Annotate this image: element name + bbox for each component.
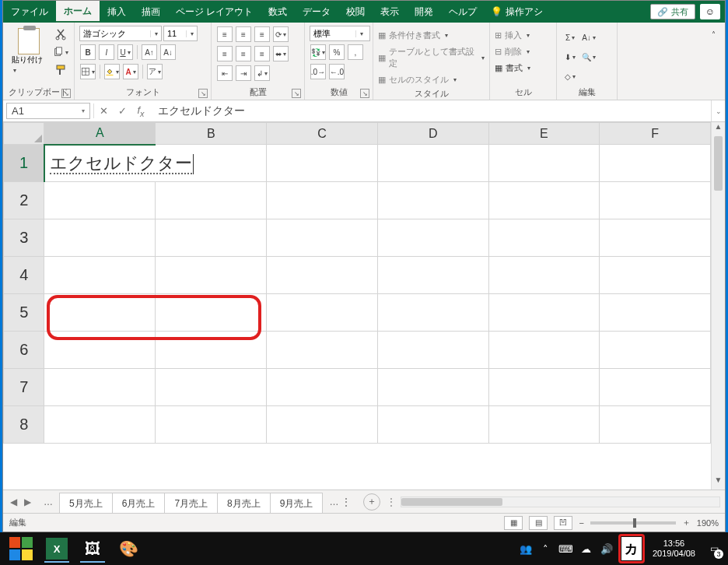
sheet-tab-2[interactable]: 7月売上 <box>165 493 218 514</box>
vertical-scrollbar[interactable]: ▲ ▼ <box>711 122 725 490</box>
row-header-8[interactable]: 8 <box>4 406 44 444</box>
cell-a3[interactable] <box>44 219 156 257</box>
column-header-e[interactable]: E <box>488 123 600 145</box>
sheet-nav-prev[interactable]: ◀ <box>6 494 20 510</box>
cell-c3[interactable] <box>267 219 378 257</box>
row-header-3[interactable]: 3 <box>4 219 44 257</box>
confirm-edit-button[interactable]: ✓ <box>113 100 131 121</box>
view-page-break-button[interactable]: 凹 <box>554 516 572 530</box>
ime-indicator[interactable]: カ <box>621 537 642 560</box>
conditional-formatting-button[interactable]: ▦条件付き書式 <box>378 29 448 42</box>
cancel-edit-button[interactable]: ✕ <box>94 100 113 121</box>
zoom-in-button[interactable]: ＋ <box>682 517 691 528</box>
share-button[interactable]: 🔗共有 <box>650 4 695 19</box>
new-sheet-button[interactable]: ＋ <box>363 493 380 511</box>
action-center-button[interactable]: ▭ 3 <box>703 537 725 560</box>
alignment-launcher[interactable]: ↘ <box>292 89 301 98</box>
increase-decimal-button[interactable]: .0→ <box>310 64 326 79</box>
tab-home[interactable]: ホーム <box>56 1 100 23</box>
tell-me[interactable]: 💡操作アシ <box>485 1 549 23</box>
delete-cells-button[interactable]: ⊟削除 <box>495 45 530 58</box>
cell-d3[interactable] <box>377 219 488 257</box>
tab-help[interactable]: ヘルプ <box>441 1 485 23</box>
borders-button[interactable] <box>80 64 96 79</box>
taskbar-clock[interactable]: 13:56 2019/04/08 <box>648 539 700 559</box>
zoom-out-button[interactable]: − <box>579 518 583 528</box>
number-format-combo[interactable]: ▾ <box>310 26 370 41</box>
zoom-slider[interactable] <box>590 521 676 525</box>
cell-c7[interactable] <box>267 369 378 406</box>
insert-cells-button[interactable]: ⊞挿入 <box>495 29 530 42</box>
sheet-nav-more-right[interactable]: … ⋮ <box>323 493 356 511</box>
cell-b5[interactable] <box>156 294 267 332</box>
decrease-indent-button[interactable]: ⇤ <box>217 65 233 81</box>
cell-a8[interactable] <box>44 406 156 444</box>
font-name-combo[interactable]: ▾ <box>79 26 162 41</box>
cell-d6[interactable] <box>377 332 488 369</box>
cell-b8[interactable] <box>156 406 267 444</box>
cell-f5[interactable] <box>600 294 711 332</box>
column-header-c[interactable]: C <box>267 123 378 145</box>
fill-button[interactable]: ⬇ <box>562 49 578 65</box>
tab-insert[interactable]: 挿入 <box>100 1 134 23</box>
tab-file[interactable]: ファイル <box>3 1 56 23</box>
cell-b6[interactable] <box>156 332 267 369</box>
cell-d5[interactable] <box>377 294 488 332</box>
wrap-text-button[interactable]: ↲ <box>254 65 270 81</box>
cell-b7[interactable] <box>156 369 267 406</box>
column-header-f[interactable]: F <box>600 123 711 145</box>
tray-keyboard[interactable]: ⌨ <box>558 537 575 560</box>
cell-c8[interactable] <box>267 406 378 444</box>
cell-f1[interactable] <box>600 145 711 182</box>
row-header-7[interactable]: 7 <box>4 369 44 406</box>
row-header-4[interactable]: 4 <box>4 257 44 294</box>
orientation-button[interactable]: ⟳ <box>273 26 289 42</box>
tray-onedrive[interactable]: ☁ <box>578 537 595 560</box>
cell-f7[interactable] <box>600 369 711 406</box>
sheet-tab-4[interactable]: 9月売上 <box>271 493 324 514</box>
row-header-2[interactable]: 2 <box>4 182 44 219</box>
cell-c5[interactable] <box>267 294 378 332</box>
decrease-decimal-button[interactable]: ←.0 <box>329 64 345 79</box>
cell-c6[interactable] <box>267 332 378 369</box>
cut-button[interactable] <box>53 26 68 42</box>
view-page-layout-button[interactable]: ▤ <box>529 516 548 530</box>
cell-f6[interactable] <box>600 332 711 369</box>
format-as-table-button[interactable]: ▦テーブルとして書式設定 <box>378 45 485 70</box>
clear-button[interactable]: ◇ <box>562 68 578 84</box>
align-middle-button[interactable]: ≡ <box>236 26 251 42</box>
cell-a5[interactable] <box>44 294 156 332</box>
cell-a7[interactable] <box>44 369 156 406</box>
row-header-5[interactable]: 5 <box>4 294 44 332</box>
sheet-nav-more-left[interactable]: … <box>37 493 59 511</box>
taskbar-excel[interactable]: X <box>40 534 74 563</box>
hscroll-thumb[interactable] <box>401 498 502 506</box>
accounting-format-button[interactable]: 💱 <box>310 44 326 60</box>
cell-f2[interactable] <box>600 182 711 219</box>
clipboard-launcher[interactable]: ↘ <box>61 89 71 98</box>
font-size-combo[interactable]: ▾ <box>163 26 198 41</box>
zoom-level[interactable]: 190% <box>697 518 719 528</box>
cell-d7[interactable] <box>377 369 488 406</box>
sheet-tab-1[interactable]: 6月売上 <box>113 493 166 514</box>
view-normal-button[interactable]: ▦ <box>504 516 523 530</box>
row-header-6[interactable]: 6 <box>4 332 44 369</box>
cell-e1[interactable] <box>488 145 600 182</box>
insert-function-button[interactable]: fx <box>131 100 150 121</box>
font-launcher[interactable]: ↘ <box>198 89 208 98</box>
format-painter-button[interactable] <box>53 62 68 78</box>
format-cells-button[interactable]: ▦書式 <box>495 61 530 75</box>
tab-developer[interactable]: 開発 <box>407 1 441 23</box>
cell-f8[interactable] <box>600 406 711 444</box>
cell-d8[interactable] <box>377 406 488 444</box>
sheet-tab-0[interactable]: 5月売上 <box>59 493 113 514</box>
cell-f4[interactable] <box>600 257 711 294</box>
scroll-down-button[interactable]: ▼ <box>712 476 725 490</box>
vscroll-thumb[interactable] <box>714 136 723 191</box>
row-header-1[interactable]: 1 <box>4 145 44 182</box>
cell-e2[interactable] <box>488 182 600 219</box>
cell-c4[interactable] <box>267 257 378 294</box>
cell-f3[interactable] <box>600 219 711 257</box>
collapse-ribbon-button[interactable]: ˄ <box>705 26 721 42</box>
cell-a6[interactable] <box>44 332 156 369</box>
